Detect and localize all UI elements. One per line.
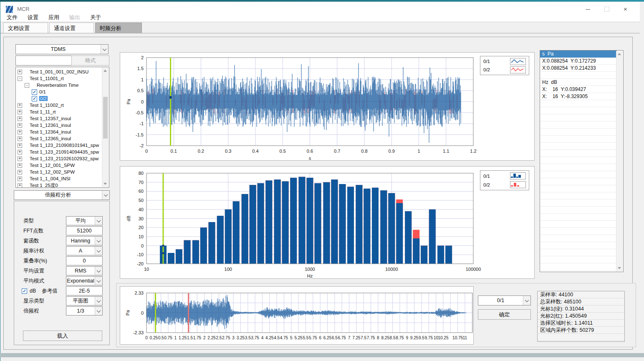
tree-item[interactable]: +Test 1_11002_rt — [16, 102, 109, 109]
readout-row[interactable]: Hz dB — [540, 79, 617, 86]
form-select-8[interactable]: 平面图 — [66, 296, 103, 305]
form-select-0[interactable]: 平均 — [66, 216, 103, 225]
readout-row[interactable] — [540, 164, 617, 171]
form-select-6[interactable]: Exponential — [66, 276, 103, 285]
readout-row[interactable]: X: 16 Y:-8.329305 — [540, 93, 617, 100]
db-checkbox[interactable]: ✓ — [22, 288, 27, 294]
menu-item-文件[interactable]: 文件 — [2, 14, 23, 21]
readout-header-row[interactable]: s Pa — [540, 50, 617, 58]
expand-plus-icon[interactable]: + — [18, 110, 22, 114]
collapse-minus-icon[interactable]: - — [25, 83, 29, 88]
expand-plus-icon[interactable]: + — [18, 170, 22, 174]
spectrum-chart[interactable]: 80706050403020100-10-2010100100010000100… — [120, 167, 534, 278]
tree-item[interactable]: -Test 1_11001_rt — [16, 75, 109, 82]
tree-item[interactable]: +Test 1_12_002_SPW — [16, 169, 109, 175]
readout-row[interactable] — [540, 263, 617, 270]
tree-scrollbar[interactable] — [102, 68, 109, 187]
channel-checkbox[interactable]: ✓ — [32, 96, 37, 101]
tab-文档设置[interactable]: 文档设置 — [3, 23, 48, 33]
tree-item[interactable]: ✓0/2 — [16, 95, 109, 102]
time-chart[interactable]: 21.510.50-0.5-1-1.5-200.10.20.30.40.50.6… — [120, 53, 534, 160]
tree-item[interactable]: +Test 1_123_210914094435_spw — [16, 149, 109, 155]
menu-item-应用[interactable]: 应用 — [43, 14, 64, 21]
readout-row[interactable] — [540, 143, 617, 150]
expand-plus-icon[interactable]: + — [18, 163, 22, 168]
expand-plus-icon[interactable]: + — [18, 130, 22, 134]
tree-item[interactable]: +Test 1_25度0 — [16, 182, 109, 188]
file-tree[interactable]: +Test 1_001_001_002_INSU-Test 1_11001_rt… — [15, 67, 109, 188]
expand-plus-icon[interactable]: + — [18, 143, 22, 148]
readout-scrollbar[interactable] — [616, 51, 623, 271]
readout-row[interactable] — [540, 107, 617, 114]
tree-item[interactable]: +Test 1_11_rt — [16, 109, 109, 115]
expand-plus-icon[interactable]: + — [18, 70, 22, 74]
collapse-minus-icon[interactable]: - — [18, 76, 22, 81]
readout-row[interactable] — [540, 221, 617, 228]
expand-plus-icon[interactable]: + — [18, 123, 22, 128]
form-input-4[interactable]: 0 — [66, 256, 103, 265]
tree-item[interactable]: +Test 1_123_211026102932_spw — [16, 155, 109, 162]
form-input-1[interactable]: 51200 — [66, 226, 103, 235]
scrollbar-thumb[interactable] — [103, 97, 108, 139]
scroll-up-icon[interactable] — [102, 68, 108, 74]
readout-row[interactable] — [540, 157, 617, 164]
form-select-2[interactable]: Hanning — [66, 236, 103, 245]
expand-plus-icon[interactable]: + — [18, 157, 22, 161]
readout-row[interactable] — [540, 150, 617, 157]
expand-plus-icon[interactable]: + — [18, 103, 22, 108]
readout-row[interactable] — [540, 114, 617, 121]
readout-row[interactable] — [540, 228, 617, 235]
readout-row[interactable] — [540, 121, 617, 129]
readout-row[interactable] — [540, 185, 617, 192]
tree-item[interactable]: +Test 1_001_001_002_INSU — [16, 68, 109, 75]
expand-plus-icon[interactable]: + — [18, 150, 22, 154]
expand-plus-icon[interactable]: + — [18, 136, 22, 141]
tree-item[interactable]: +Test 1_12365_insul — [16, 135, 109, 142]
tree-item[interactable]: ✓0/1 — [16, 88, 109, 95]
tree-item[interactable]: +Test 1_12357_insul — [16, 115, 109, 122]
expand-plus-icon[interactable]: + — [18, 183, 22, 188]
file-format-select[interactable]: TDMS — [15, 44, 109, 54]
tree-item[interactable]: +Test 1_12364_insul — [16, 129, 109, 135]
readout-row[interactable]: X:0.088254 Y:0.214233 — [540, 65, 617, 72]
expand-plus-icon[interactable]: + — [18, 116, 22, 121]
readout-row[interactable]: X:0.088254 Y:0.172729 — [540, 58, 617, 65]
readout-row[interactable] — [540, 129, 617, 136]
tree-item[interactable]: +Test 1_1_004_INSI — [16, 175, 109, 182]
load-button[interactable]: 载入 — [23, 331, 102, 341]
filter-input[interactable] — [15, 56, 72, 66]
menu-item-设置[interactable]: 设置 — [23, 14, 43, 21]
channel-select[interactable]: 0/1 — [478, 295, 531, 305]
form-input-7[interactable]: 2E-5 — [66, 286, 103, 295]
confirm-button[interactable]: 确定 — [478, 309, 531, 320]
readout-row[interactable] — [540, 171, 617, 178]
scroll-up-icon[interactable] — [616, 51, 622, 57]
channel-checkbox[interactable]: ✓ — [32, 89, 37, 95]
tree-item[interactable]: +Test 1_12_001_SPW — [16, 162, 109, 169]
tree-item[interactable]: +Test 1_123_210908101941_spw — [16, 142, 109, 149]
readout-row[interactable] — [540, 178, 617, 185]
readout-row[interactable] — [540, 192, 617, 199]
analysis-type-select[interactable]: 倍频程分析 — [14, 190, 110, 200]
readout-row[interactable] — [540, 72, 617, 79]
form-select-3[interactable]: A — [66, 246, 103, 255]
readout-row[interactable] — [540, 256, 617, 263]
tree-item[interactable]: +Test 1_12361_insul — [16, 122, 109, 129]
record-overview-chart[interactable]: 2.330-2.3300.250.50.7511.251.51.7522.252… — [120, 287, 473, 344]
readout-row[interactable] — [540, 199, 617, 207]
expand-plus-icon[interactable]: + — [18, 177, 22, 181]
readout-row[interactable] — [540, 214, 617, 221]
readout-row[interactable] — [540, 249, 617, 256]
readout-row[interactable] — [540, 242, 617, 249]
tree-item[interactable]: -Reverberation Time — [16, 82, 109, 88]
scroll-down-icon[interactable] — [102, 181, 108, 187]
form-select-5[interactable]: RMS — [66, 266, 103, 275]
cursor-readout-list[interactable]: s PaX:0.088254 Y:0.172729X:0.088254 Y:0.… — [540, 50, 624, 272]
readout-row[interactable] — [540, 235, 617, 242]
readout-row[interactable]: X: 16 Y:0.039427 — [540, 86, 617, 93]
tab-通道设置[interactable]: 通道设置 — [49, 23, 94, 33]
readout-row[interactable] — [540, 136, 617, 143]
readout-row[interactable] — [540, 207, 617, 214]
tab-时频分析[interactable]: 时频分析 — [95, 23, 142, 33]
menu-item-关于[interactable]: 关于 — [85, 14, 106, 21]
